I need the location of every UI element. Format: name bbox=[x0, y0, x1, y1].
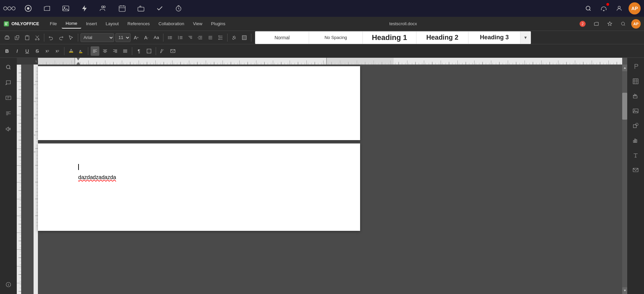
menu-view[interactable]: View bbox=[189, 19, 206, 28]
paragraph-marks-button[interactable]: ¶ bbox=[135, 46, 143, 56]
style-no-spacing[interactable]: No Spacing bbox=[309, 32, 363, 44]
nav-calendar-icon[interactable] bbox=[116, 2, 128, 14]
vertical-scrollbar[interactable] bbox=[622, 65, 627, 294]
main-content-row: 1 2 3 4 5 bbox=[17, 65, 627, 294]
scrollable-document[interactable]: 1 2 3 4 5 bbox=[21, 65, 622, 294]
search-doc-button[interactable] bbox=[618, 20, 629, 28]
clear-format-button[interactable] bbox=[230, 33, 239, 42]
align-right-button[interactable] bbox=[111, 46, 119, 56]
notifications-icon[interactable] bbox=[598, 2, 610, 14]
menu-items: File Home Insert Layout References Colla… bbox=[46, 19, 230, 29]
underline-button[interactable]: U bbox=[23, 46, 32, 56]
right-panel-text-icon[interactable] bbox=[630, 149, 642, 161]
copy-style-button[interactable] bbox=[13, 33, 21, 42]
cut-button[interactable] bbox=[33, 33, 42, 42]
multilevel-list-button[interactable] bbox=[186, 33, 195, 42]
mail-merge-button[interactable] bbox=[168, 46, 177, 56]
user-avatar[interactable]: AP bbox=[629, 2, 641, 14]
style-heading1[interactable]: Heading 1 bbox=[363, 32, 416, 44]
redo-button[interactable] bbox=[57, 33, 65, 42]
scroll-track[interactable] bbox=[622, 71, 627, 287]
copy-formatting-button[interactable] bbox=[158, 46, 167, 56]
change-case-button[interactable]: Aa bbox=[152, 33, 161, 42]
font-color-button[interactable]: A bbox=[77, 46, 86, 56]
sidebar-slides-icon[interactable] bbox=[2, 92, 14, 104]
scroll-up-button[interactable] bbox=[622, 65, 627, 71]
superscript-button[interactable]: x2 bbox=[43, 46, 52, 56]
paste-button[interactable] bbox=[23, 33, 32, 42]
app-logo[interactable] bbox=[3, 2, 15, 14]
menu-layout[interactable]: Layout bbox=[102, 19, 123, 28]
undo-button[interactable] bbox=[47, 33, 55, 42]
nav-check-icon[interactable] bbox=[154, 2, 166, 14]
nav-files-icon[interactable] bbox=[22, 2, 34, 14]
menu-collaboration[interactable]: Collaboration bbox=[154, 19, 188, 28]
nav-image-icon[interactable] bbox=[60, 2, 72, 14]
right-panel-bar-chart-icon[interactable] bbox=[630, 134, 642, 146]
italic-button[interactable]: I bbox=[13, 46, 21, 56]
page-1[interactable] bbox=[38, 66, 360, 140]
user-avatar-small[interactable]: AP bbox=[631, 19, 641, 29]
font-size-increase-button[interactable]: A+ bbox=[132, 33, 141, 42]
right-panel-chart-icon[interactable] bbox=[630, 90, 642, 102]
sidebar-info-icon[interactable] bbox=[2, 279, 14, 291]
folder-button[interactable] bbox=[591, 20, 602, 28]
font-family-select[interactable]: Arial bbox=[81, 33, 114, 42]
shading-button[interactable] bbox=[240, 33, 249, 42]
svg-rect-107 bbox=[633, 79, 638, 84]
decrease-indent-button[interactable] bbox=[196, 33, 205, 42]
collaboration-button[interactable]: 2 bbox=[577, 19, 588, 28]
style-heading3[interactable]: Heading 3 bbox=[468, 32, 521, 44]
styles-expand-button[interactable]: ▼ bbox=[521, 32, 531, 44]
increase-indent-button[interactable] bbox=[206, 33, 215, 42]
top-navigation: AP bbox=[0, 0, 644, 17]
search-icon[interactable] bbox=[582, 2, 594, 14]
strikethrough-button[interactable]: S bbox=[33, 46, 42, 56]
align-center-button[interactable] bbox=[101, 46, 109, 56]
ruler-corner-small bbox=[17, 58, 21, 65]
favorite-button[interactable] bbox=[604, 20, 615, 28]
cursor-line bbox=[78, 164, 320, 170]
menu-home[interactable]: Home bbox=[62, 19, 82, 29]
nav-people-icon[interactable] bbox=[97, 2, 109, 14]
justify-button[interactable] bbox=[121, 46, 130, 56]
style-normal[interactable]: Normal bbox=[255, 32, 309, 44]
numbering-button[interactable]: 1.2.3. bbox=[176, 33, 185, 42]
right-panel-pilcrow-icon[interactable] bbox=[630, 60, 642, 73]
sidebar-search-icon[interactable] bbox=[2, 61, 14, 73]
svg-point-2 bbox=[12, 7, 15, 10]
svg-point-22 bbox=[168, 37, 169, 38]
select-mode-button[interactable] bbox=[67, 33, 76, 42]
bullets-button[interactable] bbox=[166, 33, 175, 42]
print-button[interactable] bbox=[3, 33, 11, 42]
nav-folder-icon[interactable] bbox=[41, 2, 53, 14]
right-panel-image-icon[interactable] bbox=[630, 105, 642, 117]
menu-references[interactable]: References bbox=[123, 19, 154, 28]
sidebar-comments-icon[interactable] bbox=[2, 77, 14, 89]
highlight-button[interactable] bbox=[67, 46, 76, 56]
nav-lightning-icon[interactable] bbox=[79, 2, 91, 14]
subscript-button[interactable]: x2 bbox=[53, 46, 62, 56]
right-panel-table-icon[interactable] bbox=[630, 75, 642, 87]
style-heading2[interactable]: Heading 2 bbox=[416, 32, 468, 44]
font-size-select[interactable]: 11 bbox=[115, 33, 131, 42]
page-2[interactable]: dazdadzadazda bbox=[38, 143, 360, 231]
font-size-decrease-button[interactable]: A- bbox=[142, 33, 151, 42]
right-panel-mail-icon[interactable] bbox=[630, 164, 642, 176]
menu-plugins[interactable]: Plugins bbox=[207, 19, 230, 28]
sidebar-headings-icon[interactable] bbox=[2, 108, 14, 120]
nav-timer-icon[interactable] bbox=[172, 2, 185, 14]
scroll-thumb[interactable] bbox=[622, 93, 627, 120]
scroll-down-button[interactable] bbox=[622, 287, 627, 294]
contacts-icon[interactable] bbox=[613, 2, 625, 14]
sep5 bbox=[251, 34, 251, 42]
menu-insert[interactable]: Insert bbox=[82, 19, 101, 28]
line-spacing-button[interactable] bbox=[216, 33, 225, 42]
menu-file[interactable]: File bbox=[46, 19, 61, 28]
paragraph-shading-button[interactable] bbox=[145, 46, 153, 56]
align-left-button[interactable] bbox=[91, 46, 99, 56]
sidebar-audio-icon[interactable] bbox=[2, 123, 14, 135]
bold-button[interactable]: B bbox=[3, 46, 11, 56]
right-panel-shape-icon[interactable] bbox=[630, 120, 642, 132]
nav-briefcase-icon[interactable] bbox=[135, 2, 147, 14]
